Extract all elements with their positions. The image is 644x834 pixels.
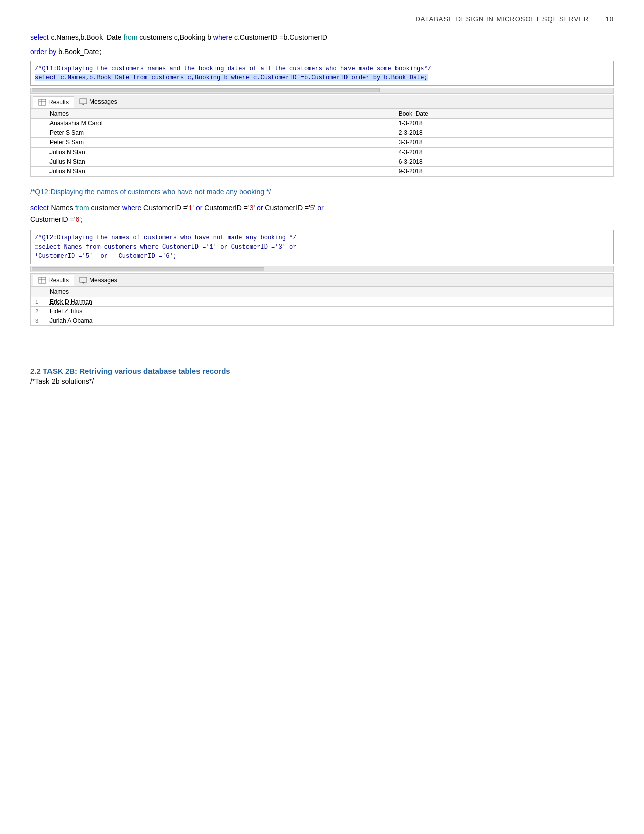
svg-rect-3 <box>80 99 87 104</box>
row-selector <box>31 118 45 128</box>
q11-code-comment: /*Q11:Displaying the customers names and… <box>35 65 431 72</box>
q11-cell-1: 3-3-2018 <box>394 137 613 147</box>
section22-title: 2.2 TASK 2B: Retriving various database … <box>30 367 614 375</box>
q11-code-block: /*Q11:Displaying the customers names and… <box>30 61 614 86</box>
q12-query-text: select Names from customer where Custome… <box>30 202 614 214</box>
row-selector <box>31 147 45 157</box>
q11-cell-1: 6-3-2018 <box>394 157 613 166</box>
q12-or2-kw: or <box>257 204 263 212</box>
q12-select-kw: select <box>30 204 49 212</box>
q12-code-line2: └CustomerID ='5' or CustomerID ='6'; <box>35 253 177 260</box>
table-row: 1Erick D Harman <box>31 297 613 307</box>
table-row: Peter S Sam3-3-2018 <box>31 137 613 147</box>
q12-code-comment: /*Q12:Displaying the names of customers … <box>35 234 296 241</box>
table-row: Julius N Stan6-3-2018 <box>31 157 613 166</box>
q12-result-table: Names 1Erick D Harman2Fidel Z Titus3Juri… <box>31 287 613 326</box>
q11-col-bookdate: Book_Date <box>394 109 613 118</box>
q12-cond3: CustomerID =' <box>265 204 310 212</box>
row-number: 1 <box>31 297 45 307</box>
q12-cond4b: '; <box>79 215 83 223</box>
q12-query-line2: CustomerID ='6'; <box>30 213 614 226</box>
table-row: Anastashia M Carol1-3-2018 <box>31 118 613 128</box>
q11-cell-0: Julius N Stan <box>45 166 394 176</box>
q12-col-empty <box>31 287 45 297</box>
q11-tab-results[interactable]: Results <box>33 96 74 108</box>
q12-tab-results[interactable]: Results <box>33 275 74 286</box>
q11-cell-0: Peter S Sam <box>45 137 394 147</box>
q12-cond2: CustomerID =' <box>204 204 249 212</box>
q12-messages-icon <box>79 277 87 284</box>
page-header: DATABASE DESIGN IN MICROSOFT SQL SERVER … <box>30 15 614 23</box>
q12-tab-results-label: Results <box>48 277 69 284</box>
svg-marker-4 <box>82 104 85 105</box>
table-row: 2Fidel Z Titus <box>31 307 613 316</box>
q12-where-kw: where <box>122 204 141 212</box>
q11-result-table: Names Book_Date Anastashia M Carol1-3-20… <box>31 109 613 176</box>
q12-result-tabs: Results Messages <box>31 274 613 287</box>
row-selector <box>31 157 45 166</box>
q11-result-tabs: Results Messages <box>31 95 613 109</box>
q11-tab-messages[interactable]: Messages <box>74 96 122 107</box>
q11-from-kw: from <box>123 33 137 41</box>
q11-code-query: select c.Names,b.Book_Date from customer… <box>35 74 428 81</box>
svg-rect-8 <box>80 277 87 282</box>
q11-cell-1: 2-3-2018 <box>394 128 613 137</box>
q12-names-field: Names <box>51 204 73 212</box>
q11-query-line2: order by b.Book_Date; <box>30 46 614 57</box>
q11-cell-1: 1-3-2018 <box>394 118 613 128</box>
table-row: Peter S Sam2-3-2018 <box>31 128 613 137</box>
q12-tab-messages-label: Messages <box>89 277 117 284</box>
row-number: 3 <box>31 316 45 326</box>
q12-results-icon <box>38 277 46 284</box>
q12-tab-messages[interactable]: Messages <box>74 275 122 285</box>
q12-heading: /*Q12:Displaying the names of customers … <box>30 187 614 198</box>
q11-tab-messages-label: Messages <box>89 98 117 105</box>
q11-select-kw: select <box>30 33 49 41</box>
q11-scrollbar[interactable] <box>30 88 614 94</box>
q12-val3: 5 <box>310 204 314 212</box>
q11-results-icon <box>38 99 46 106</box>
q12-cell-name: Juriah A Obama <box>45 316 613 326</box>
row-number: 2 <box>31 307 45 316</box>
svg-marker-9 <box>82 282 85 284</box>
svg-rect-5 <box>39 277 46 283</box>
q11-where-cond: c.CustomerID =b.CustomerID <box>234 33 327 41</box>
q12-cond1: CustomerID =' <box>143 204 188 212</box>
svg-rect-0 <box>39 99 46 105</box>
table-row: 3Juriah A Obama <box>31 316 613 326</box>
q11-orderby-kw: order by <box>30 47 56 56</box>
q11-col-empty <box>31 109 45 118</box>
q11-query-line1: select c.Names,b.Book_Date from customer… <box>30 32 614 43</box>
section22-comment: /*Task 2b solutions*/ <box>30 377 614 385</box>
q11-select-fields: c.Names,b.Book_Date <box>51 33 123 41</box>
q11-messages-icon <box>79 98 87 105</box>
page-number: 10 <box>606 15 614 23</box>
q12-code-line1: □select Names from customers where Custo… <box>35 243 296 251</box>
table-row: Julius N Stan9-3-2018 <box>31 166 613 176</box>
q12-table: customer <box>91 204 122 212</box>
q12-code-block: /*Q12:Displaying the names of customers … <box>30 230 614 264</box>
q11-cell-1: 4-3-2018 <box>394 147 613 157</box>
q11-cell-1: 9-3-2018 <box>394 166 613 176</box>
q12-scrollbar[interactable] <box>30 266 614 272</box>
q12-result-container: Results Messages Names 1Erick D Harman2F… <box>30 273 614 326</box>
q11-result-container: Results Messages Names Book_Date Anastas… <box>30 95 614 177</box>
q11-cell-0: Julius N Stan <box>45 147 394 157</box>
q11-orderby-field: b.Book_Date; <box>58 47 101 56</box>
q11-cell-0: Julius N Stan <box>45 157 394 166</box>
row-selector <box>31 128 45 137</box>
q12-cell-name: Erick D Harman <box>45 297 613 307</box>
table-row: Julius N Stan4-3-2018 <box>31 147 613 157</box>
q11-from-tables: customers c,Booking b <box>139 33 213 41</box>
q11-tab-results-label: Results <box>48 99 69 106</box>
q12-col-names: Names <box>45 287 613 297</box>
q11-col-names: Names <box>45 109 394 118</box>
page-title-text: DATABASE DESIGN IN MICROSOFT SQL SERVER <box>415 15 589 23</box>
q12-cell-name: Fidel Z Titus <box>45 307 613 316</box>
row-selector <box>31 166 45 176</box>
q11-cell-0: Anastashia M Carol <box>45 118 394 128</box>
q12-or3-kw: or <box>317 204 323 212</box>
q12-cond4: CustomerID =' <box>30 215 75 223</box>
q12-from-kw: from <box>75 204 89 212</box>
q11-cell-0: Peter S Sam <box>45 128 394 137</box>
